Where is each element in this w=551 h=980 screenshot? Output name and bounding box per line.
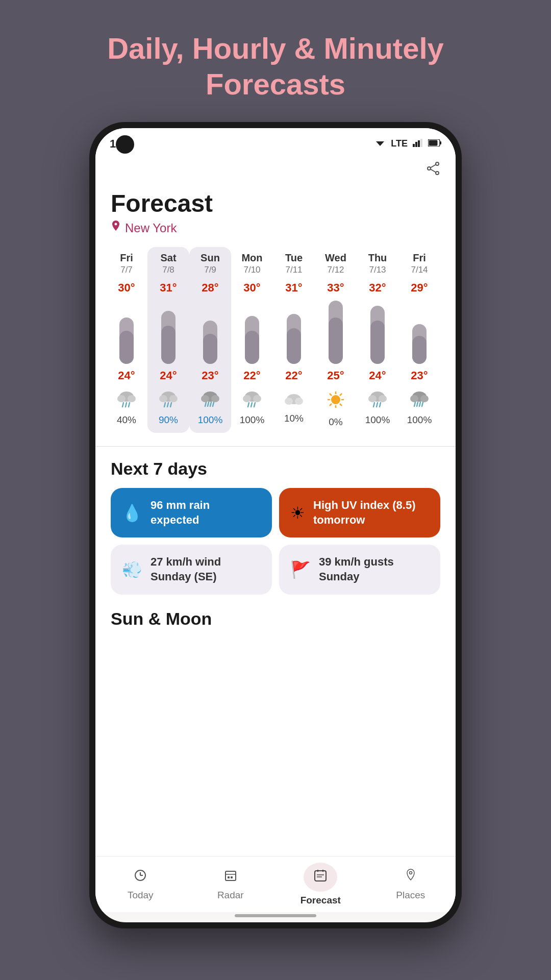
nav-item-radar[interactable]: Radar (186, 863, 276, 906)
svg-line-50 (330, 404, 332, 406)
day-date: 7/7 (120, 265, 133, 275)
svg-point-27 (201, 395, 209, 402)
day-date: 7/8 (162, 265, 174, 275)
svg-rect-5 (420, 139, 422, 147)
nav-item-places[interactable]: Places (366, 863, 456, 906)
weather-icon (116, 389, 137, 412)
day-col[interactable]: Thu 7/13 32° 24° 100% (357, 247, 398, 433)
weather-icon (325, 389, 346, 414)
days-row: Fri 7/7 30° 24° 40% Sat 7/8 31° 24° (106, 247, 445, 433)
info-card-icon: ☀ (290, 503, 305, 523)
svg-line-13 (431, 169, 436, 173)
temp-bar (287, 298, 301, 364)
share-button[interactable] (426, 161, 440, 179)
precip-pct: 100% (240, 414, 265, 426)
temp-high: 28° (202, 281, 218, 295)
places-icon (403, 868, 418, 887)
temp-bar (329, 298, 343, 364)
forecast-icon (304, 863, 337, 892)
svg-line-25 (170, 403, 171, 407)
precip-pct: 100% (365, 414, 390, 426)
temp-bar (203, 298, 217, 364)
day-name: Thu (368, 252, 387, 264)
day-col[interactable]: Tue 7/11 31° 22° 10% (273, 247, 315, 433)
svg-rect-2 (413, 144, 415, 147)
temp-low: 23° (411, 369, 428, 382)
sun-moon-title: Sun & Moon (111, 609, 440, 629)
day-col[interactable]: Fri 7/7 30° 24° 40% (106, 247, 147, 433)
info-card[interactable]: 💨 27 km/h wind Sunday (SE) (111, 545, 272, 594)
nav-item-forecast[interactable]: Forecast (276, 857, 366, 911)
svg-point-59 (420, 395, 429, 402)
svg-point-11 (428, 167, 431, 170)
temp-bar (161, 298, 176, 364)
forecast-title: Forecast (111, 189, 440, 217)
svg-line-36 (248, 403, 249, 407)
day-name: Fri (120, 252, 133, 264)
svg-marker-0 (376, 141, 384, 146)
info-card[interactable]: 💧 96 mm rain expected (111, 488, 272, 537)
temp-low: 24° (160, 369, 177, 382)
weather-icon (158, 389, 179, 412)
info-card-icon: 🚩 (290, 560, 311, 579)
temp-low: 24° (369, 369, 386, 382)
lte-label: LTE (391, 138, 408, 149)
nav-label: Forecast (300, 895, 341, 906)
day-date: 7/9 (204, 265, 216, 275)
info-card[interactable]: 🚩 39 km/h gusts Sunday (279, 545, 440, 594)
forecast-header: Forecast New York (95, 184, 456, 239)
svg-line-37 (251, 403, 252, 407)
svg-line-54 (373, 403, 374, 407)
svg-rect-4 (418, 140, 420, 147)
weather-icon (284, 389, 304, 411)
svg-rect-67 (226, 871, 236, 880)
status-icons: LTE (374, 138, 441, 149)
temp-high: 29° (411, 281, 428, 295)
svg-line-47 (330, 394, 332, 396)
info-card-text: 39 km/h gusts Sunday (319, 555, 429, 584)
svg-line-49 (340, 394, 342, 396)
svg-rect-71 (315, 871, 326, 881)
svg-rect-3 (415, 142, 417, 147)
precip-pct: 40% (117, 414, 136, 426)
svg-line-38 (254, 403, 255, 407)
svg-point-53 (379, 395, 387, 402)
weather-icon (200, 389, 220, 412)
svg-line-23 (164, 403, 165, 407)
day-col[interactable]: Wed 7/12 33° 25° 0% (315, 247, 357, 433)
svg-line-29 (205, 402, 206, 406)
svg-point-35 (253, 395, 261, 402)
svg-point-58 (410, 395, 418, 402)
app-toolbar (95, 156, 456, 184)
svg-rect-70 (231, 876, 233, 878)
forecast-chart: Fri 7/7 30° 24° 40% Sat 7/8 31° 24° (95, 239, 456, 441)
svg-rect-7 (440, 141, 441, 144)
svg-point-34 (243, 395, 251, 402)
day-col[interactable]: Sun 7/9 28° 23° 100% (189, 247, 231, 433)
location-name: New York (125, 221, 177, 235)
svg-line-30 (208, 402, 209, 406)
status-bar: 1:00 LTE (95, 128, 456, 156)
svg-line-18 (126, 403, 127, 407)
day-date: 7/14 (411, 265, 428, 275)
temp-low: 22° (243, 369, 260, 382)
svg-point-28 (211, 395, 219, 402)
day-col[interactable]: Mon 7/10 30° 22° 100% (231, 247, 273, 433)
info-card-text: 96 mm rain expected (151, 498, 261, 527)
wifi-icon (374, 139, 386, 149)
precip-pct: 100% (198, 414, 223, 426)
temp-bar (245, 298, 259, 364)
day-col[interactable]: Fri 7/14 29° 23° 100% (398, 247, 440, 433)
today-icon (133, 868, 148, 887)
nav-item-today[interactable]: Today (95, 863, 186, 906)
day-col[interactable]: Sat 7/8 31° 24° 90% (147, 247, 189, 433)
svg-point-22 (169, 395, 178, 402)
info-card[interactable]: ☀ High UV index (8.5) tomorrow (279, 488, 440, 537)
day-date: 7/10 (243, 265, 260, 275)
battery-icon (428, 139, 441, 149)
day-date: 7/11 (285, 265, 302, 275)
svg-line-55 (377, 403, 378, 407)
phone-screen: 1:00 LTE Forecast (95, 128, 456, 922)
svg-point-9 (436, 162, 439, 165)
svg-rect-69 (228, 876, 230, 878)
